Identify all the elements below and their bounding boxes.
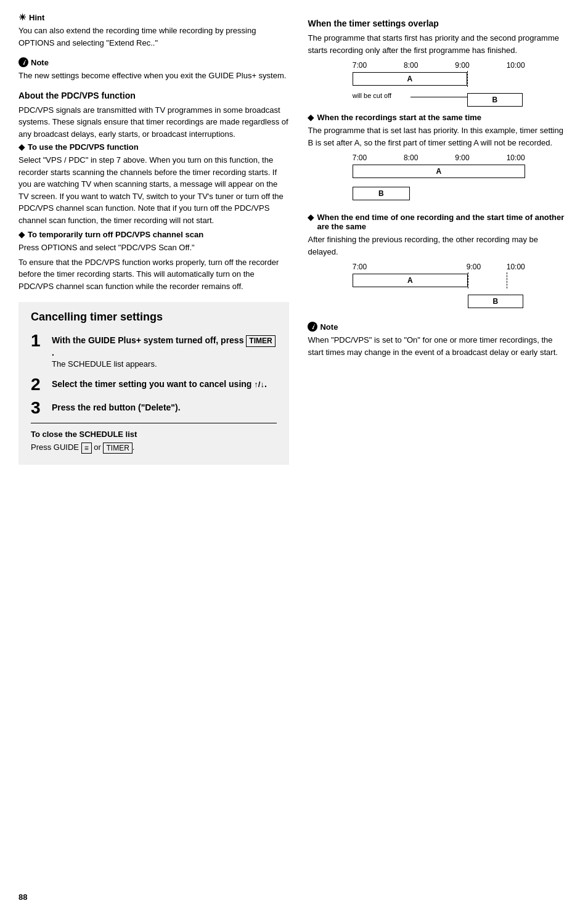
note1-section: 𝑖 Note The new settings become effective… xyxy=(18,57,289,82)
diamond-icon4: ◆ xyxy=(308,213,314,222)
step2: 2 Select the timer setting you want to c… xyxy=(31,376,277,393)
diamond-icon1: ◆ xyxy=(18,142,25,152)
arrow-updown-icon: ↑/↓ xyxy=(254,380,264,389)
to-close-text: Press GUIDE ≡ or TIMER. xyxy=(31,441,277,454)
cancel-title: Cancelling timer settings xyxy=(31,311,277,324)
same-time-heading-wrap: ◆ When the recordings start at the same … xyxy=(308,113,570,122)
to-close-heading: To close the SCHEDULE list xyxy=(31,430,277,439)
diamond-icon3: ◆ xyxy=(308,113,314,122)
es-label-1000: 10:00 xyxy=(507,263,525,271)
note1-icon: 𝑖 xyxy=(18,57,28,67)
note1-heading: Note xyxy=(31,58,49,67)
note2-section: 𝑖 Note When "PDC/VPS" is set to "On" for… xyxy=(308,322,570,358)
pdc-heading: About the PDC/VPS function xyxy=(18,91,289,100)
step1-sub: The SCHEDULE list appears. xyxy=(52,359,277,370)
end-start-heading-wrap: ◆ When the end time of one recording and… xyxy=(308,213,570,231)
st-label-900: 9:00 xyxy=(455,153,469,162)
pdc-sub2-text2: To ensure that the PDC/VPS function work… xyxy=(18,256,289,293)
bar-a: A xyxy=(353,72,467,86)
label-800: 8:00 xyxy=(404,61,418,70)
timer-kbd-1: TIMER xyxy=(246,335,275,347)
cancel-section: Cancelling timer settings 1 With the GUI… xyxy=(18,302,289,465)
label-1000: 10:00 xyxy=(507,61,525,70)
end-start-heading: When the end time of one recording and t… xyxy=(317,213,570,231)
overlap-labels: 7:00 8:00 9:00 10:00 xyxy=(353,61,525,70)
same-time-diagram: 7:00 8:00 9:00 10:00 A B xyxy=(308,153,570,206)
to-close-section: To close the SCHEDULE list Press GUIDE ≡… xyxy=(31,423,277,454)
pdc-sub2-heading: ◆ To temporarily turn off PDC/VPS channe… xyxy=(18,230,289,239)
step2-number: 2 xyxy=(31,376,46,393)
note1-text: The new settings become effective when y… xyxy=(18,70,289,82)
es-bar-b: B xyxy=(468,295,523,308)
pdc-intro: PDC/VPS signals are transmitted with TV … xyxy=(18,104,289,141)
step3-number: 3 xyxy=(31,399,46,417)
dashed-900 xyxy=(467,71,468,87)
hint-section: ☀ Hint You can also extend the recording… xyxy=(18,12,289,49)
note2-heading: Note xyxy=(320,322,338,332)
pdc-sub1-heading: ◆ To use the PDC/VPS function xyxy=(18,142,289,152)
es-dashed-900 xyxy=(468,272,468,288)
same-time-labels: 7:00 8:00 9:00 10:00 xyxy=(353,153,525,162)
note1-label: 𝑖 Note xyxy=(18,57,289,67)
end-start-text: After finishing the previous recording, … xyxy=(308,234,570,258)
label-900: 9:00 xyxy=(455,61,469,70)
pdc-sub2-text1: Press OPTIONS and select "PDC/VPS Scan O… xyxy=(18,242,289,254)
page-number: 88 xyxy=(18,892,27,902)
es-bar-a: A xyxy=(353,274,468,287)
right-column: When the timer settings overlap The prog… xyxy=(301,12,570,889)
st-label-800: 8:00 xyxy=(404,153,418,162)
same-time-text: The programme that is set last has prior… xyxy=(308,124,570,149)
step1-text: With the GUIDE Plus+ system turned off, … xyxy=(52,332,277,370)
same-time-heading: When the recordings start at the same ti… xyxy=(317,113,481,122)
st-label-700: 7:00 xyxy=(353,153,367,162)
pdc-sub1-text: Select "VPS / PDC" in step 7 above. When… xyxy=(18,154,289,226)
hint-heading: Hint xyxy=(29,13,44,22)
end-start-diagram: 7:00 9:00 10:00 A B xyxy=(308,263,570,316)
step3-text: Press the red button ("Delete"). xyxy=(52,399,181,414)
st-label-1000: 10:00 xyxy=(507,153,525,162)
step2-text: Select the timer setting you want to can… xyxy=(52,376,267,391)
es-label-700: 7:00 xyxy=(353,263,367,271)
timer-kbd-2: TIMER xyxy=(103,443,132,454)
hint-icon: ☀ xyxy=(18,12,27,22)
pdc-section: About the PDC/VPS function PDC/VPS signa… xyxy=(18,91,289,293)
hint-label: ☀ Hint xyxy=(18,12,289,22)
step3: 3 Press the red button ("Delete"). xyxy=(31,399,277,417)
note2-text: When "PDC/VPS" is set to "On" for one or… xyxy=(308,334,570,358)
st-bar-b: B xyxy=(353,187,410,200)
diamond-icon2: ◆ xyxy=(18,230,25,239)
step1: 1 With the GUIDE Plus+ system turned off… xyxy=(31,332,277,370)
es-dashed-1000 xyxy=(507,272,507,288)
step1-number: 1 xyxy=(31,332,46,349)
st-bar-a: A xyxy=(353,165,525,178)
es-label-900: 9:00 xyxy=(467,263,481,271)
bar-b-overlap: B xyxy=(467,93,523,107)
overlap-heading: When the timer settings overlap xyxy=(308,18,570,28)
cut-label: will be cut off xyxy=(353,92,391,99)
note2-label: 𝑖 Note xyxy=(308,322,570,332)
label-700: 7:00 xyxy=(353,61,367,70)
left-column: ☀ Hint You can also extend the recording… xyxy=(18,12,301,889)
cut-line xyxy=(410,97,468,97)
note2-icon: 𝑖 xyxy=(308,322,317,332)
page: ☀ Hint You can also extend the recording… xyxy=(0,0,588,914)
overlap-text: The programme that starts first has prio… xyxy=(308,32,570,56)
hint-text: You can also extend the recording time w… xyxy=(18,25,289,49)
overlap-section: When the timer settings overlap The prog… xyxy=(308,18,570,358)
guide-kbd: ≡ xyxy=(81,443,92,454)
overlap-diagram1: 7:00 8:00 9:00 10:00 A will be cut off xyxy=(308,61,570,107)
